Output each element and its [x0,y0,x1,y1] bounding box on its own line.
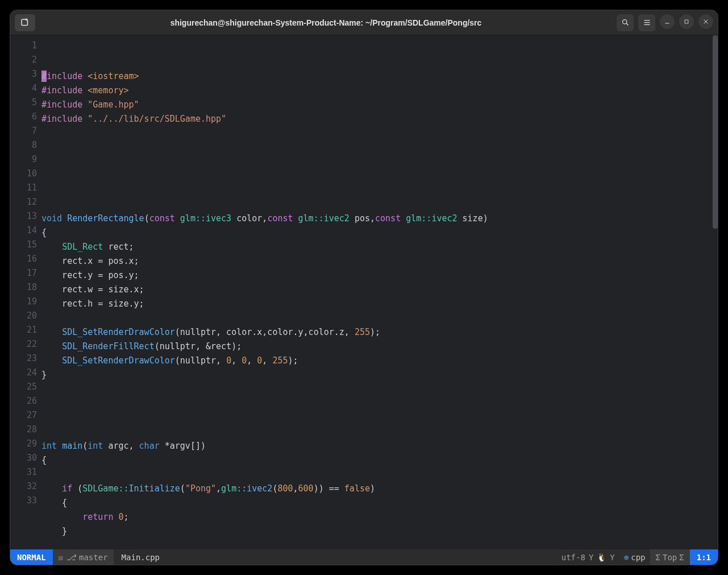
git-branch-name: master [79,553,108,562]
cpp-icon: ⊕ [624,553,629,562]
code-content[interactable]: #include <iostream>#include <memory>#inc… [41,35,718,549]
terminal-window: shigurechan@shigurechan-System-Product-N… [10,10,718,565]
svg-point-3 [622,20,627,24]
code-line[interactable]: #include "../../lib/src/SDLGame.hpp" [41,112,718,126]
line-number: 8 [10,138,41,152]
code-line[interactable]: rect.x = pos.x; [41,254,718,268]
line-number: 25 [10,380,41,394]
code-line[interactable] [41,425,718,439]
code-line[interactable] [41,411,718,425]
statusbar: NORMAL ☒ ⎇ master Main.cpp utf-8 Ү 🐧 Ү ⊕… [10,549,718,565]
code-line[interactable] [41,468,718,482]
window-title: shigurechan@shigurechan-System-Product-N… [35,18,617,27]
line-number: 23 [10,351,41,366]
yc-icon: Ү [589,553,593,562]
encoding-label: utf-8 [561,553,585,562]
line-number: 10 [10,167,41,181]
encoding-segment: utf-8 Ү 🐧 Ү [557,549,619,565]
svg-rect-9 [685,20,688,23]
scrollbar-thumb[interactable] [713,35,718,229]
code-line[interactable]: SDL_RenderFillRect(nullptr, &rect); [41,340,718,354]
linux-icon: 🐧 [597,553,606,562]
line-number: 5 [10,96,41,110]
code-line[interactable]: rect.h = size.y; [41,297,718,311]
code-line[interactable]: void RenderRectangle(const glm::ivec3 co… [41,212,718,226]
filetype-label: cpp [631,553,645,562]
line-number: 18 [10,280,41,295]
line-number: 33 [10,494,41,508]
statusbar-spacer [168,549,557,565]
line-number: 21 [10,323,41,337]
git-branch-segment: ☒ ⎇ master [53,549,114,565]
close-button[interactable] [698,14,713,29]
line-number: 31 [10,465,41,479]
line-number: 7 [10,124,41,138]
line-number: 2 [10,53,41,67]
code-line[interactable]: rect.w = size.x; [41,283,718,297]
line-number: 12 [10,195,41,209]
line-number: 30 [10,451,41,465]
sigma-icon: Σ [656,553,660,562]
line-number-gutter: 1234567891011121314151617181920212223242… [10,35,41,549]
vertical-scrollbar[interactable] [713,35,718,534]
code-line[interactable] [41,155,718,169]
code-line[interactable]: if (SDLGame::Initialize("Pong",glm::ivec… [41,482,718,496]
code-line[interactable]: rect.y = pos.y; [41,268,718,283]
code-line[interactable] [41,183,718,197]
maximize-button[interactable] [679,14,694,29]
line-number: 32 [10,479,41,494]
hamburger-menu-button[interactable] [638,14,655,31]
titlebar: shigurechan@shigurechan-System-Product-N… [10,10,718,35]
line-number: 19 [10,295,41,309]
code-line[interactable]: } [41,524,718,539]
code-line[interactable] [41,140,718,155]
code-line[interactable]: { [41,226,718,240]
code-line[interactable]: #include "Game.hpp" [41,98,718,112]
filetype-segment: ⊕ cpp [619,549,650,565]
editor-area[interactable]: 1234567891011121314151617181920212223242… [10,35,718,549]
line-number: 15 [10,238,41,252]
code-line[interactable] [41,126,718,140]
code-line[interactable] [41,396,718,411]
search-button[interactable] [617,14,634,31]
line-number: 13 [10,209,41,224]
code-line[interactable] [41,311,718,325]
line-number: 28 [10,423,41,437]
code-line[interactable] [41,197,718,212]
sigma-icon-2: Σ [679,553,684,562]
line-number: 22 [10,337,41,351]
line-number: 1 [10,39,41,53]
readonly-icon: ☒ [59,553,63,562]
line-number: 26 [10,394,41,408]
line-number: 24 [10,366,41,380]
code-line[interactable]: #include <iostream> [41,69,718,84]
code-line[interactable]: int main(int argc, char *argv[]) [41,439,718,453]
code-line[interactable]: return 0; [41,510,718,524]
code-line[interactable]: { [41,453,718,468]
code-line[interactable] [41,382,718,396]
line-number: 27 [10,408,41,423]
line-number: 16 [10,252,41,266]
scroll-label: Top [663,553,677,562]
line-number: 11 [10,181,41,195]
line-number: 9 [10,152,41,167]
code-line[interactable]: SDL_Rect rect; [41,240,718,254]
line-number: 14 [10,224,41,238]
vim-mode-indicator: NORMAL [10,549,53,565]
cursor-position-segment: 1:1 [690,549,718,565]
code-line[interactable] [41,169,718,183]
minimize-button[interactable] [660,14,675,29]
new-tab-button[interactable] [15,14,35,31]
code-line[interactable]: { [41,496,718,510]
code-line[interactable]: SDL_SetRenderDrawColor(nullptr, 0, 0, 0,… [41,354,718,368]
line-number: 29 [10,437,41,451]
git-branch-icon: ⎇ [66,553,76,562]
line-number: 6 [10,110,41,124]
code-line[interactable]: SDL_SetRenderDrawColor(nullptr, color.x,… [41,325,718,340]
code-line[interactable]: } [41,368,718,382]
scroll-position-segment: Σ Top Σ [650,549,690,565]
code-line[interactable]: #include <memory> [41,84,718,98]
svg-line-4 [626,23,628,25]
line-number: 17 [10,266,41,280]
yc-icon-2: Ү [610,553,614,562]
